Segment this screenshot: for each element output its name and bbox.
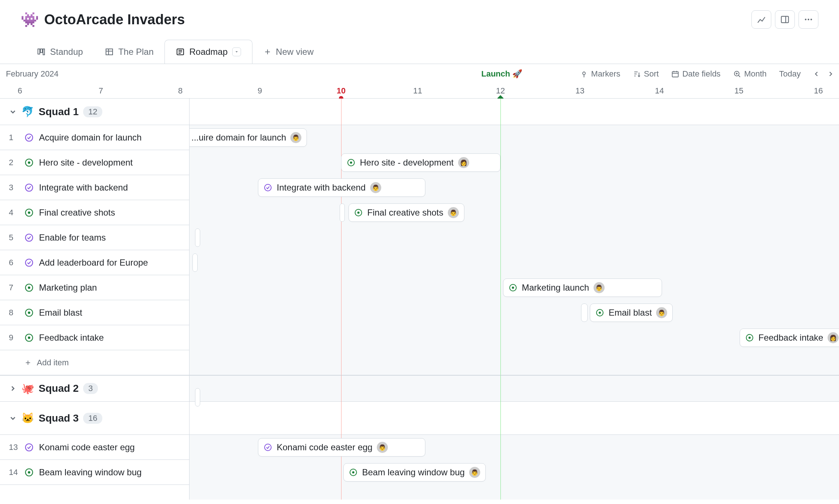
sort-button[interactable]: Sort <box>633 69 659 79</box>
row-title: Email blast <box>39 308 82 318</box>
bar-label: Email blast <box>609 308 652 318</box>
timeline-bar[interactable]: Beam leaving window bug 👨 <box>343 463 486 482</box>
zoom-button[interactable]: Month <box>733 69 767 79</box>
timeline-stub[interactable] <box>340 203 345 222</box>
date-label: 14 <box>655 86 664 96</box>
bar-label: Hero site - development <box>360 157 454 168</box>
zoom-icon <box>733 70 741 78</box>
list-item[interactable]: 13Konami code easter egg <box>0 435 189 460</box>
tab-standup[interactable]: Standup <box>26 40 94 64</box>
row-number: 6 <box>9 258 19 267</box>
row-title: Acquire domain for launch <box>39 132 142 143</box>
list-item[interactable]: 3Integrate with backend <box>0 175 189 200</box>
timeline-bar[interactable]: Feedback intake 👩 <box>740 329 839 347</box>
list-item[interactable]: 4Final creative shots <box>0 200 189 225</box>
timeline-bar[interactable]: Konami code easter egg 👨 <box>258 438 425 457</box>
group-name: Squad 1 <box>39 106 79 118</box>
group-header-squad2[interactable]: 🐙 Squad 2 3 <box>0 375 189 402</box>
list-item[interactable]: 14Beam leaving window bug <box>0 460 189 485</box>
panel-button[interactable] <box>775 10 795 29</box>
timeline-stub[interactable] <box>581 304 588 322</box>
row-number: 13 <box>9 443 19 452</box>
svg-point-48 <box>28 471 31 473</box>
group-count: 16 <box>83 413 102 424</box>
list-item[interactable]: 6Add leaderboard for Europe <box>0 250 189 275</box>
sort-icon <box>633 70 641 78</box>
timeline-bar[interactable]: ...uire domain for launch 👨 <box>190 128 307 147</box>
tab-plan[interactable]: The Plan <box>94 40 164 64</box>
svg-line-27 <box>739 75 740 77</box>
svg-point-33 <box>25 184 33 191</box>
list-item[interactable]: 5Enable for teams <box>0 225 189 250</box>
list-item[interactable]: 7Marketing plan <box>0 275 189 300</box>
timeline-bar[interactable]: Email blast 👨 <box>590 304 673 322</box>
timeline-stub[interactable] <box>195 228 200 247</box>
timeline-bar[interactable]: Integrate with backend 👨 <box>258 178 425 197</box>
roadmap-icon <box>176 47 185 56</box>
svg-point-62 <box>352 471 354 473</box>
status-open-icon <box>24 208 34 217</box>
date-label: 11 <box>413 86 422 96</box>
svg-point-32 <box>28 161 31 164</box>
svg-point-46 <box>25 444 33 451</box>
row-title: Integrate with backend <box>39 182 128 193</box>
chart-icon <box>757 15 766 24</box>
tab-dropdown[interactable] <box>232 47 241 56</box>
timeline-bar[interactable]: Final creative shots 👨 <box>348 203 464 222</box>
status-done-icon <box>24 258 34 267</box>
list-item[interactable]: 1Acquire domain for launch <box>0 125 189 150</box>
row-number: 9 <box>9 333 19 342</box>
timeline-bar[interactable]: Marketing launch 👨 <box>503 278 662 297</box>
plus-icon <box>24 359 32 366</box>
list-item[interactable]: 8Email blast <box>0 300 189 325</box>
timeline-bar[interactable]: Hero site - development 👩 <box>341 153 500 172</box>
date-label: 9 <box>258 86 262 96</box>
bar-label: Konami code easter egg <box>277 442 372 452</box>
group-count: 3 <box>83 383 98 394</box>
prev-button[interactable] <box>813 71 820 77</box>
list-item[interactable]: 9Feedback intake <box>0 325 189 350</box>
svg-point-55 <box>512 287 514 289</box>
group-header-squad3[interactable]: 🐱 Squad 3 16 <box>0 402 189 435</box>
date-label: 6 <box>18 86 22 96</box>
chevron-down-icon <box>9 108 17 116</box>
list-item[interactable]: 2Hero site - development <box>0 150 189 175</box>
timeline-stub[interactable] <box>195 388 200 407</box>
group-count: 12 <box>83 106 102 117</box>
group-name: Squad 3 <box>39 412 79 424</box>
new-view-button[interactable]: New view <box>252 40 325 64</box>
svg-point-57 <box>599 312 601 314</box>
status-open-icon <box>349 468 358 477</box>
avatar: 👨 <box>594 282 605 293</box>
avatar: 👨 <box>448 207 459 218</box>
sidebar-icon <box>780 15 790 24</box>
tab-roadmap[interactable]: Roadmap <box>164 40 252 64</box>
date-fields-button[interactable]: Date fields <box>671 69 721 79</box>
insights-button[interactable] <box>751 10 771 29</box>
more-button[interactable] <box>799 10 818 29</box>
row-title: Marketing plan <box>39 283 97 293</box>
row-number: 7 <box>9 283 19 292</box>
group-emoji: 🐬 <box>21 106 34 118</box>
timeline-stub[interactable] <box>192 253 198 272</box>
bar-label: ...uire domain for launch <box>191 132 286 143</box>
tab-label: Roadmap <box>189 47 227 57</box>
row-number: 3 <box>9 183 19 192</box>
bar-label: Beam leaving window bug <box>362 467 465 478</box>
plus-icon <box>263 48 272 56</box>
svg-rect-7 <box>43 49 45 55</box>
next-button[interactable] <box>827 71 834 77</box>
status-open-icon <box>595 308 604 317</box>
svg-point-4 <box>810 19 812 20</box>
today-button[interactable]: Today <box>779 69 801 79</box>
svg-point-17 <box>583 72 585 75</box>
calendar-icon <box>671 70 679 78</box>
bar-label: Marketing launch <box>522 283 589 293</box>
status-open-icon <box>24 333 34 342</box>
group-header-squad1[interactable]: 🐬 Squad 1 12 <box>0 99 189 125</box>
row-number: 4 <box>9 208 19 217</box>
add-item-button[interactable]: Add item <box>0 350 189 375</box>
project-icon: 👾 <box>21 11 39 28</box>
markers-button[interactable]: Markers <box>580 69 620 79</box>
svg-point-60 <box>265 444 271 451</box>
